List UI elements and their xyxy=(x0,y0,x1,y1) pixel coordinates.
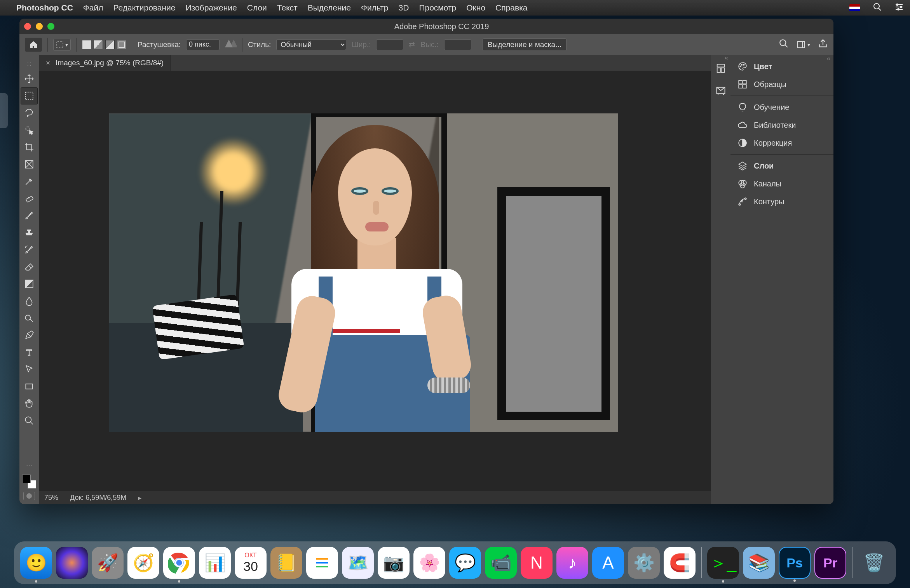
dock-reminders[interactable] xyxy=(306,547,338,579)
menu-3d[interactable]: 3D xyxy=(399,3,409,12)
dock-chrome[interactable] xyxy=(163,547,195,579)
history-panel-icon[interactable] xyxy=(715,63,726,76)
foreground-background-swatch[interactable] xyxy=(22,475,36,489)
toolbox-grip-icon[interactable]: ∷ xyxy=(25,58,33,70)
dock-system-prefs[interactable]: ⚙️ xyxy=(628,547,660,579)
current-tool-indicator[interactable]: ▾ xyxy=(53,39,71,50)
select-and-mask-button[interactable]: Выделение и маска... xyxy=(483,38,567,51)
workspace-switcher-icon[interactable]: ▾ xyxy=(797,40,810,49)
close-tab-icon[interactable]: × xyxy=(46,59,50,67)
dock-finder[interactable]: 🙂 xyxy=(20,547,52,579)
dock-safari[interactable]: 🧭 xyxy=(127,547,159,579)
quick-select-tool[interactable] xyxy=(21,122,38,139)
collapse-dock-icon[interactable]: « xyxy=(725,54,728,61)
window-titlebar[interactable]: Adobe Photoshop CC 2019 xyxy=(19,19,833,34)
dock-magnet[interactable]: 🧲 xyxy=(664,547,696,579)
rectangle-tool[interactable] xyxy=(21,378,38,395)
dock-photobooth[interactable]: 📷 xyxy=(378,547,410,579)
hand-tool[interactable] xyxy=(21,395,38,412)
frame-tool[interactable] xyxy=(21,156,38,173)
dock-folder[interactable]: 📚 xyxy=(743,547,775,579)
document-image[interactable]: REAME xyxy=(109,113,618,432)
type-tool[interactable] xyxy=(21,344,38,361)
menu-select[interactable]: Выделение xyxy=(308,3,351,12)
move-tool[interactable] xyxy=(21,70,38,87)
brush-tool[interactable] xyxy=(21,207,38,224)
selection-add-icon[interactable] xyxy=(94,40,103,49)
edit-toolbar-icon[interactable]: ⋯ xyxy=(24,459,35,471)
document-tab[interactable]: × Images_60.jpg @ 75% (RGB/8#) xyxy=(39,55,171,71)
panel-layers[interactable]: Слои xyxy=(730,157,833,175)
feather-input[interactable] xyxy=(186,39,220,50)
panel-swatches[interactable]: Образцы xyxy=(730,75,833,93)
menu-help[interactable]: Справка xyxy=(495,3,527,12)
dock-photoshop[interactable]: Ps xyxy=(779,547,811,579)
dock-news[interactable]: N xyxy=(521,547,553,579)
pen-tool[interactable] xyxy=(21,327,38,344)
eraser-tool[interactable] xyxy=(21,258,38,275)
dodge-tool[interactable] xyxy=(21,310,38,327)
panel-libraries[interactable]: Библиотеки xyxy=(730,116,833,134)
eyedropper-tool[interactable] xyxy=(21,173,38,190)
blur-tool[interactable] xyxy=(21,292,38,310)
clone-stamp-tool[interactable] xyxy=(21,224,38,241)
dock-photos[interactable]: 🌸 xyxy=(413,547,445,579)
dock-facetime[interactable]: 📹 xyxy=(485,547,517,579)
desktop-widget[interactable] xyxy=(0,93,8,128)
menu-view[interactable]: Просмотр xyxy=(419,3,456,12)
dock-terminal[interactable]: ＞_ xyxy=(707,547,739,579)
dock-trash[interactable]: 🗑️ xyxy=(858,547,890,579)
panel-learn[interactable]: Обучение xyxy=(730,98,833,116)
window-minimize-button[interactable] xyxy=(36,23,43,30)
menu-layers[interactable]: Слои xyxy=(247,3,267,12)
panel-adjustments[interactable]: Коррекция xyxy=(730,134,833,152)
canvas[interactable]: REAME xyxy=(39,71,711,491)
selection-new-icon[interactable] xyxy=(82,40,91,49)
input-source-icon[interactable] xyxy=(849,4,860,11)
panel-paths[interactable]: Контуры xyxy=(730,193,833,210)
search-icon[interactable] xyxy=(779,38,789,50)
collapse-panels-icon[interactable]: « xyxy=(827,55,830,62)
dock-maps[interactable]: 🗺️ xyxy=(342,547,374,579)
panel-color[interactable]: Цвет xyxy=(730,57,833,75)
antialias-icon[interactable] xyxy=(225,40,237,49)
window-zoom-button[interactable] xyxy=(47,23,54,30)
selection-intersect-icon[interactable] xyxy=(117,40,126,49)
dock-calendar[interactable]: ОКТ30 xyxy=(235,547,267,579)
dock-appstore[interactable]: A xyxy=(592,547,624,579)
menu-window[interactable]: Окно xyxy=(466,3,485,12)
dock-messages[interactable]: 💬 xyxy=(449,547,481,579)
status-flyout-icon[interactable]: ▸ xyxy=(138,494,141,502)
dock-contacts[interactable]: 📒 xyxy=(270,547,302,579)
panel-channels[interactable]: Каналы xyxy=(730,175,833,193)
healing-brush-tool[interactable] xyxy=(21,190,38,207)
history-brush-tool[interactable] xyxy=(21,241,38,258)
menu-type[interactable]: Текст xyxy=(277,3,298,12)
dock-launchpad[interactable]: 🚀 xyxy=(92,547,124,579)
dock-siri[interactable] xyxy=(56,547,88,579)
path-select-tool[interactable] xyxy=(21,361,38,378)
app-menu[interactable]: Photoshop CC xyxy=(16,3,73,12)
window-close-button[interactable] xyxy=(24,23,31,30)
home-button[interactable] xyxy=(25,38,42,52)
dock-music[interactable]: ♪ xyxy=(556,547,588,579)
share-icon[interactable] xyxy=(818,38,828,50)
zoom-level[interactable]: 75% xyxy=(44,494,58,502)
menu-filter[interactable]: Фильтр xyxy=(361,3,389,12)
doc-size-label[interactable]: Док: 6,59M/6,59M xyxy=(70,494,126,502)
menu-edit[interactable]: Редактирование xyxy=(113,3,175,12)
crop-tool[interactable] xyxy=(21,139,38,156)
style-select[interactable]: Обычный xyxy=(276,39,346,50)
dock-numbers[interactable]: 📊 xyxy=(199,547,231,579)
dock-premiere[interactable]: Pr xyxy=(814,547,846,579)
selection-subtract-icon[interactable] xyxy=(105,40,115,49)
marquee-tool[interactable] xyxy=(21,87,38,104)
menu-image[interactable]: Изображение xyxy=(185,3,237,12)
spotlight-icon[interactable] xyxy=(873,2,882,14)
lasso-tool[interactable] xyxy=(21,104,38,122)
control-center-icon[interactable] xyxy=(894,2,904,14)
properties-panel-icon[interactable] xyxy=(715,85,726,98)
zoom-tool[interactable] xyxy=(21,412,38,429)
quick-mask-toggle[interactable] xyxy=(23,492,35,500)
gradient-tool[interactable] xyxy=(21,275,38,292)
